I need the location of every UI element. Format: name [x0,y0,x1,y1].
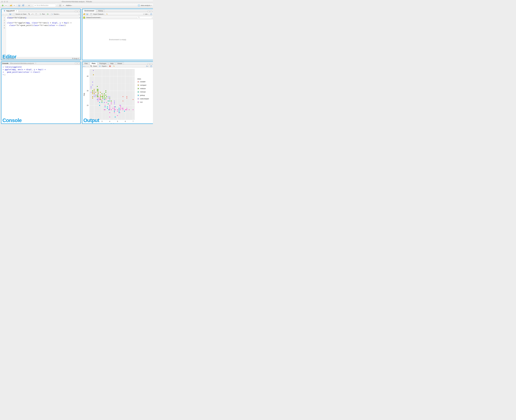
minimize-pane-icon[interactable] [75,63,77,64]
svg-point-170 [119,109,120,110]
svg-point-199 [109,99,110,100]
view-mode-button[interactable]: List [145,13,148,15]
console-header: Console ~/Documents/r4ds/data-analysis/ … [1,62,80,65]
addins-menu[interactable]: Addins [65,4,73,6]
source-on-save-checkbox[interactable] [13,13,15,15]
tab-history[interactable]: History [96,9,105,12]
svg-point-129 [104,96,105,97]
new-file-dropdown[interactable]: ▾ [5,4,7,7]
view-mode-icon[interactable]: ≡ [143,13,144,15]
plot-next-icon[interactable]: ⟹ [86,65,88,67]
svg-point-215 [97,99,98,100]
editor-pane: R mpg-plot.R × ⟸ ⟹ Source on Save [1,9,81,60]
svg-point-66 [94,89,95,90]
save-button[interactable] [18,4,21,7]
find-icon[interactable] [28,13,30,15]
zoom-icon[interactable] [90,65,92,67]
workspace: R mpg-plot.R × ⟸ ⟹ Source on Save [0,8,153,125]
svg-point-235 [125,109,126,110]
notebook-icon[interactable] [35,13,37,15]
wand-icon[interactable] [31,13,33,15]
code-area[interactable]: class="fn">library(class="fn">ggplot2) c… [6,16,80,57]
maximize-pane-icon[interactable] [150,63,152,65]
grid-tools-dropdown[interactable]: ▾ [62,4,64,7]
svg-point-13 [28,13,30,14]
editor-window-controls [75,11,80,12]
plot-prev-icon[interactable]: ⟸ [83,65,85,67]
svg-point-322 [138,98,139,99]
save-file-icon[interactable] [9,13,11,15]
svg-point-127 [101,93,102,94]
svg-point-160 [109,101,110,101]
forward-icon[interactable]: ⟹ [5,13,8,15]
svg-point-116 [102,96,103,97]
svg-rect-6 [29,5,30,5]
tab-help[interactable]: Help [108,62,115,65]
plot-area: 234567203040displhwyclass2seatercompactm… [82,68,153,124]
import-dataset-button[interactable]: Import Dataset [93,13,104,15]
refresh-plot-icon[interactable] [150,65,152,67]
minimize-pane-icon[interactable] [147,63,150,65]
goto-wd-icon[interactable]: ⚐ [35,62,37,64]
grid-tools-button[interactable] [59,4,62,7]
project-menu[interactable]: data-analysis ▾ [138,4,152,7]
new-file-button[interactable] [1,4,4,7]
remove-plot-icon[interactable] [109,65,111,67]
svg-point-109 [92,92,93,93]
svg-point-67 [94,90,95,91]
svg-point-316 [138,91,139,92]
import-dataset-icon[interactable] [90,13,92,15]
scope-selector[interactable]: Global Environment [86,17,101,18]
minimize-pane-icon[interactable] [75,11,77,12]
svg-point-108 [92,93,93,94]
maximize-pane-icon[interactable] [77,11,79,12]
zoom-button[interactable]: Zoom [93,65,97,67]
re-run-icon[interactable] [46,13,49,15]
goto-file-input[interactable]: ➦ Go to file/function [33,4,56,7]
maximize-pane-icon[interactable] [150,11,152,12]
publish-icon[interactable] [146,65,148,67]
language-selector[interactable]: R Script ⇕ [72,58,79,60]
source-icon[interactable] [50,13,53,15]
export-icon[interactable] [99,65,101,67]
tab-viewer[interactable]: Viewer [116,62,124,65]
print-button[interactable] [27,4,31,7]
svg-point-210 [92,84,93,85]
environment-search-input[interactable] [137,16,152,19]
svg-point-249 [111,109,112,110]
load-workspace-icon[interactable] [83,13,85,15]
run-label[interactable]: Run [42,13,45,15]
tab-files[interactable]: Files [83,62,89,65]
save-workspace-icon[interactable] [86,13,88,15]
svg-point-173 [124,111,125,112]
source-label[interactable]: Source [54,13,59,15]
svg-point-270 [98,98,99,98]
editor-tab-mpg-plot[interactable]: R mpg-plot.R × [2,9,18,12]
environment-pane: Environment History Import Dataset [82,9,153,60]
outline-toggle-icon[interactable]: ≡ [79,13,79,15]
svg-point-63 [133,99,134,100]
output-tabrow: Files Plots Packages Help Viewer [82,62,153,65]
svg-point-242 [109,106,110,107]
back-icon[interactable]: ⟸ [2,13,4,15]
close-tab-icon[interactable]: × [16,10,17,12]
tab-environment[interactable]: Environment [83,9,96,12]
svg-point-61 [126,96,127,97]
maximize-pane-icon[interactable] [77,63,79,64]
svg-point-164 [107,108,108,109]
svg-point-232 [119,112,120,113]
code-editor[interactable]: 12345 class="fn">library(class="fn">ggpl… [1,16,80,57]
console-body[interactable]: > library(ggplot2) > ggplot(mpg, aes(x =… [1,65,80,123]
export-button[interactable]: Export [102,65,107,67]
open-file-button[interactable] [9,4,13,7]
save-all-button[interactable] [22,4,25,7]
clear-all-plots-icon[interactable] [113,65,115,67]
tab-plots[interactable]: Plots [90,62,97,65]
clear-workspace-icon[interactable] [106,13,108,15]
window-title: ~/Documents/r4ds/data-analysis - RStudio [0,1,153,3]
tab-packages[interactable]: Packages [98,62,108,65]
run-icon[interactable] [39,13,41,15]
open-recent-dropdown[interactable]: ▾ [13,4,15,7]
minimize-pane-icon[interactable] [147,11,150,12]
refresh-icon[interactable] [150,13,152,15]
